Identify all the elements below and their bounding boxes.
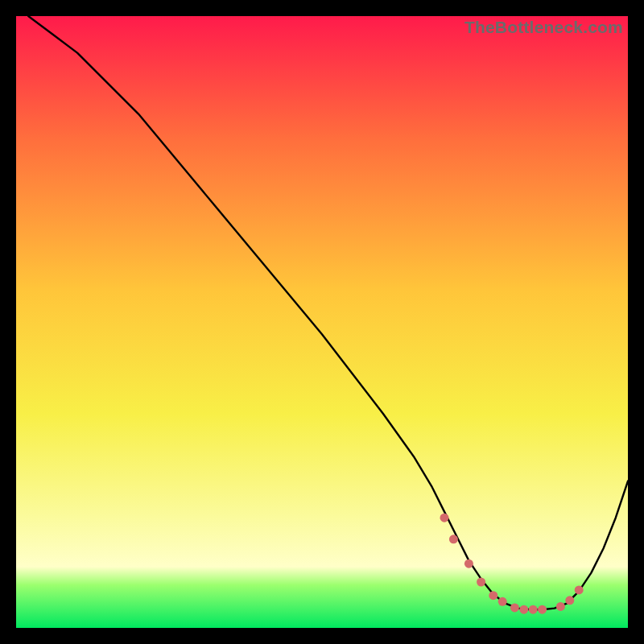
- chart-frame: TheBottleneck.com: [16, 16, 628, 628]
- marker-dot: [538, 605, 547, 614]
- marker-dot: [510, 603, 519, 612]
- chart-svg: [16, 16, 628, 628]
- marker-dot: [556, 602, 565, 611]
- marker-dot: [440, 514, 449, 522]
- gradient-background: [16, 16, 628, 628]
- marker-dot: [565, 596, 574, 605]
- marker-dot: [575, 585, 584, 594]
- marker-dot: [464, 559, 473, 568]
- marker-dot: [477, 578, 485, 587]
- marker-dot: [489, 591, 497, 600]
- marker-dot: [519, 605, 528, 614]
- marker-dot: [529, 605, 538, 614]
- marker-dot: [449, 535, 458, 543]
- marker-dot: [498, 597, 507, 606]
